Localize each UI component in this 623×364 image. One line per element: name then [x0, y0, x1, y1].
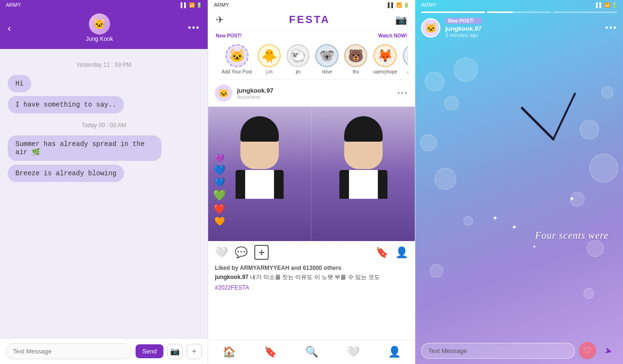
sparkle-1: ✦ [511, 223, 517, 231]
story-send-button[interactable]: ➤ [598, 340, 619, 361]
post-user-details: jungkook.97 Anywhere [237, 87, 274, 100]
carrier-msg: ARMY [6, 2, 21, 8]
story-jin[interactable]: 🐑 jin [287, 44, 310, 74]
more-button[interactable]: ••• [188, 23, 200, 33]
story-rkive[interactable]: 🐨 rkive [315, 44, 338, 74]
story-text: Four scents were [535, 230, 609, 241]
shirt-right [349, 170, 378, 199]
story-avatar-jm: 🐥 [258, 44, 281, 67]
story-heart-button[interactable]: ♡ [579, 342, 596, 359]
bubble-something: I have something to say.. [8, 96, 124, 113]
story-content: Four scents were ✦ + ✦ ✦ [415, 41, 623, 337]
send-icon[interactable]: ✈ [216, 14, 224, 25]
profile-button[interactable]: 👤 [395, 246, 408, 259]
wifi-icon: 📶 [189, 2, 195, 8]
signal-festa: ▌▌ [388, 2, 395, 8]
festa-header: ✈ FESTA 📷 [208, 10, 415, 30]
signal-icons-festa: ▌▌ 📶 🔋 [388, 2, 409, 8]
post-more-button[interactable]: ••• [397, 89, 408, 97]
hair-bottom-right [344, 134, 383, 142]
body-jacket-left [236, 170, 284, 199]
status-bar-festa: ARMY ▌▌ 📶 🔋 [208, 0, 415, 10]
contact-name: Jung Kook [86, 36, 113, 42]
timestamp-yesterday: Yesterday 11 : 59 PM [8, 61, 200, 68]
story-input-bar: ♡ ➤ [415, 337, 623, 364]
wifi-story: 📶 [604, 2, 610, 8]
story-label-jin: jin [296, 69, 300, 74]
signal-bars: ▌▌ [181, 2, 187, 8]
caption-username[interactable]: jungkook.97 [215, 274, 249, 280]
message-input[interactable] [6, 343, 132, 359]
contact-info: 🐱 Jung Kook [86, 13, 113, 42]
story-user-avatar: 🐱 [421, 18, 440, 37]
nav-profile[interactable]: 👤 [388, 346, 401, 358]
story-more-button[interactable]: ••• [605, 23, 617, 33]
send-button[interactable]: Send [136, 344, 163, 358]
camera-icon-festa[interactable]: 📷 [395, 14, 407, 25]
stories-bar: 🐱 Add Your Post 🐥 j.m 🐑 jin 🐨 rkive 🐻 th… [215, 39, 408, 80]
photo-left: 💜 💙 💙 💚 ❤️ 🧡 [208, 107, 312, 241]
likes-by-user[interactable]: ARMYARMYYEAH [240, 265, 289, 271]
timestamp-today: Today 00 : 00 AM [8, 122, 200, 129]
post-location: Anywhere [237, 94, 274, 100]
status-bar-msg: ARMY ▌▌ 📶 🔋 [0, 0, 208, 10]
sparkle-3: ✦ [492, 214, 498, 222]
back-button[interactable]: ‹ [8, 23, 11, 34]
story-uarmyhope[interactable]: 🦊 uarmyhope [373, 44, 397, 74]
story-add-yours[interactable]: 🐱 Add Your Post [222, 44, 252, 74]
story-panel: ARMY ▌▌ 📶 🔋 🐱 New POST! jungkook.97 3 mi [415, 0, 623, 364]
msg-header: ‹ 🐱 Jung Kook ••• [0, 10, 208, 49]
comment-button[interactable]: 💬 [235, 246, 248, 259]
floating-hearts: 💜 💙 💙 💚 ❤️ 🧡 [213, 154, 226, 227]
progress-fill-1 [421, 12, 485, 13]
festa-panel: ARMY ▌▌ 📶 🔋 ✈ FESTA 📷 New POST! Watch NO… [208, 0, 415, 364]
likes-count: 613000 others [303, 265, 341, 271]
share-button[interactable]: ＋ [254, 245, 269, 260]
body-jacket-right [339, 170, 387, 199]
progress-bar-2 [487, 12, 551, 13]
story-thv[interactable]: 🐻 thv [344, 44, 367, 74]
story-agustd[interactable]: 🐱 agustd [403, 44, 408, 74]
progress-bar-3 [553, 12, 617, 13]
bookmark-button[interactable]: 🔖 [375, 246, 388, 259]
sparkle-2: + [533, 243, 536, 250]
message-input-bar: Send 📷 ＋ [0, 338, 208, 364]
plus-icon: ＋ [190, 346, 198, 356]
shirt-left [245, 170, 274, 199]
festa-title: FESTA [289, 13, 330, 26]
story-message-input[interactable] [421, 343, 575, 359]
status-bar-story: ARMY ▌▌ 📶 🔋 [415, 0, 623, 10]
story-avatar-thv: 🐻 [344, 44, 367, 67]
post-hashtag[interactable]: #2022FESTA [208, 283, 415, 295]
story-avatar-container: 🐱 [421, 18, 440, 37]
story-username[interactable]: jungkook.97 [445, 25, 482, 32]
nav-like[interactable]: 🤍 [347, 346, 360, 358]
stories-header: New POST! Watch NOW! [215, 33, 408, 38]
add-button[interactable]: ＋ [187, 344, 202, 359]
post-card: 🐱 jungkook.97 Anywhere ••• [208, 80, 415, 340]
clock-svg [493, 79, 613, 199]
bubble-hi: Hi [8, 75, 31, 92]
nav-bookmark[interactable]: 🔖 [264, 346, 277, 358]
progress-bar-1 [421, 12, 485, 13]
hair-bottom-left [240, 134, 279, 142]
camera-button[interactable]: 📷 [167, 344, 183, 359]
heart-5: ❤️ [213, 203, 225, 215]
face-right [312, 107, 415, 241]
nav-search[interactable]: 🔍 [305, 346, 318, 358]
minute-hand [553, 94, 575, 139]
story-user-details: New POST! jungkook.97 3 minutes ago [445, 18, 482, 38]
post-username[interactable]: jungkook.97 [237, 87, 274, 94]
story-jm[interactable]: 🐥 j.m [258, 44, 281, 74]
battery-festa: 🔋 [403, 2, 409, 8]
story-label-rkive: rkive [322, 69, 332, 74]
story-time: 3 minutes ago [445, 32, 482, 38]
camera-icon: 📷 [170, 347, 180, 356]
nav-home[interactable]: 🏠 [223, 346, 236, 358]
post-actions-left: 🤍 💬 ＋ [215, 245, 269, 260]
story-avatar-jin: 🐑 [287, 44, 310, 67]
signal-icons-msg: ▌▌ 📶 🔋 [181, 2, 202, 8]
like-button[interactable]: 🤍 [215, 246, 228, 259]
hour-hand [522, 108, 553, 139]
likes-and: and [291, 265, 303, 271]
